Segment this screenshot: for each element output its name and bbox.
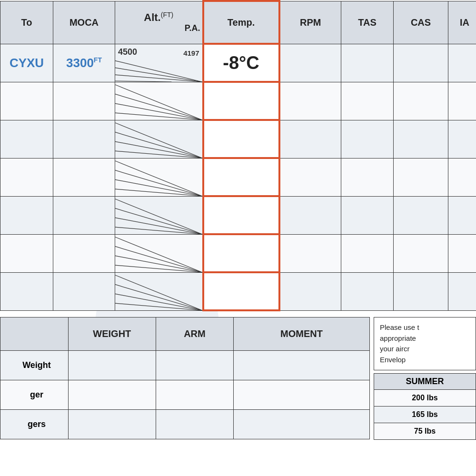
summer-row-2: 165 lbs: [374, 407, 476, 423]
th-ia: IA: [448, 1, 476, 44]
td-ia-4: [448, 158, 476, 196]
summer-header: SUMMER: [374, 374, 476, 390]
svg-line-20: [115, 237, 202, 272]
td-ia-7: [448, 272, 476, 310]
svg-line-17: [115, 208, 202, 234]
td-rpm-5: [279, 196, 341, 234]
th-alt-label: Alt.(FT): [115, 11, 202, 24]
td-alt-5: [115, 196, 203, 234]
svg-line-13: [115, 170, 202, 196]
temperature-display: -8°C: [223, 53, 259, 73]
table-row: [0, 120, 476, 158]
td-moca-6: [53, 234, 115, 272]
td-moca-7: [53, 272, 115, 310]
td-to-7: [0, 272, 53, 310]
th-alt: Alt.(FT) P.A.: [115, 1, 203, 44]
svg-line-5: [115, 94, 202, 119]
svg-line-8: [115, 122, 202, 158]
td-alt-7: [115, 272, 203, 310]
td-rpm-4: [279, 158, 341, 196]
info-box-text: Please use tappropriateyour aircrEnvelop: [380, 323, 419, 364]
td-to-2: [0, 82, 53, 120]
td-temp-value: -8°C: [203, 44, 279, 82]
bth-moment: MOMENT: [234, 317, 370, 351]
td-tas-7: [341, 272, 394, 310]
svg-line-11: [115, 151, 202, 158]
td-to: CYXU: [0, 44, 53, 82]
hatch-pattern-7: [115, 273, 202, 310]
svg-line-19: [115, 227, 202, 234]
td-to-5: [0, 196, 53, 234]
th-to: To: [0, 1, 53, 44]
main-table: To MOCA Alt.(FT) P.A. Temp. RPM TAS CAS …: [0, 0, 476, 311]
list-item: gers: [0, 410, 370, 439]
th-temp: Temp.: [203, 1, 279, 44]
top-table-wrapper: To MOCA Alt.(FT) P.A. Temp. RPM TAS CAS …: [0, 0, 476, 311]
bottom-table-wrapper: WEIGHT ARM MOMENT Weight ger: [0, 317, 370, 440]
td-alt-3: [115, 120, 203, 158]
td-cas-2: [394, 82, 448, 120]
td-cas-5: [394, 196, 448, 234]
hatch-pattern-6: [115, 235, 202, 272]
svg-line-22: [115, 256, 202, 272]
bth-label: [0, 317, 69, 351]
btd-label-2: ger: [0, 380, 69, 410]
th-cas: CAS: [394, 1, 448, 44]
td-temp-7: [203, 272, 279, 310]
td-temp-2: [203, 82, 279, 120]
btd-moment-3: [234, 410, 370, 439]
hatch-pattern-2: [115, 82, 202, 120]
svg-line-4: [115, 84, 202, 119]
svg-line-9: [115, 132, 202, 158]
svg-line-24: [115, 275, 202, 310]
svg-line-1: [115, 68, 202, 82]
th-moca: MOCA: [53, 1, 115, 44]
bottom-header-row: WEIGHT ARM MOMENT: [0, 317, 370, 351]
hatch-pattern-4: [115, 159, 202, 196]
td-ia-5: [448, 196, 476, 234]
td-rpm-6: [279, 234, 341, 272]
td-rpm-3: [279, 120, 341, 158]
td-alt-6: [115, 234, 203, 272]
bth-arm: ARM: [156, 317, 233, 351]
svg-line-23: [115, 265, 202, 272]
td-cas-4: [394, 158, 448, 196]
btd-moment-1: [234, 351, 370, 380]
td-tas-3: [341, 120, 394, 158]
td-cas-7: [394, 272, 448, 310]
svg-line-16: [115, 198, 202, 234]
td-alt: 4500 4197: [115, 44, 203, 82]
td-tas-5: [341, 196, 394, 234]
alt-value-1: 4500: [118, 47, 137, 57]
btd-weight-3: [68, 410, 156, 439]
td-moca-4: [53, 158, 115, 196]
td-ia-2: [448, 82, 476, 120]
td-to-4: [0, 158, 53, 196]
svg-line-12: [115, 160, 202, 196]
td-alt-4: [115, 158, 203, 196]
td-cas-3: [394, 120, 448, 158]
hatch-pattern-5: [115, 197, 202, 234]
td-rpm: [279, 44, 341, 82]
table-row: [0, 234, 476, 272]
th-alt-pa: P.A.: [115, 24, 202, 33]
bottom-right-panel: Please use tappropriateyour aircrEnvelop…: [374, 317, 476, 440]
summer-row-3: 75 lbs: [374, 423, 476, 439]
list-item: Weight: [0, 351, 370, 380]
table-row: CYXU 3300FT 4500 4197: [0, 44, 476, 82]
table-row: [0, 82, 476, 120]
btd-label-3: gers: [0, 410, 69, 439]
btd-label-1: Weight: [0, 351, 69, 380]
table-row: [0, 272, 476, 310]
header-row: To MOCA Alt.(FT) P.A. Temp. RPM TAS CAS …: [0, 1, 476, 44]
btd-arm-1: [156, 351, 233, 380]
td-ia-6: [448, 234, 476, 272]
svg-line-2: [115, 75, 202, 82]
td-tas-6: [341, 234, 394, 272]
td-to-3: [0, 120, 53, 158]
bth-weight: WEIGHT: [68, 317, 156, 351]
bottom-section: WEIGHT ARM MOMENT Weight ger: [0, 317, 476, 440]
btd-weight-2: [68, 380, 156, 410]
td-moca-2: [53, 82, 115, 120]
svg-line-21: [115, 246, 202, 272]
